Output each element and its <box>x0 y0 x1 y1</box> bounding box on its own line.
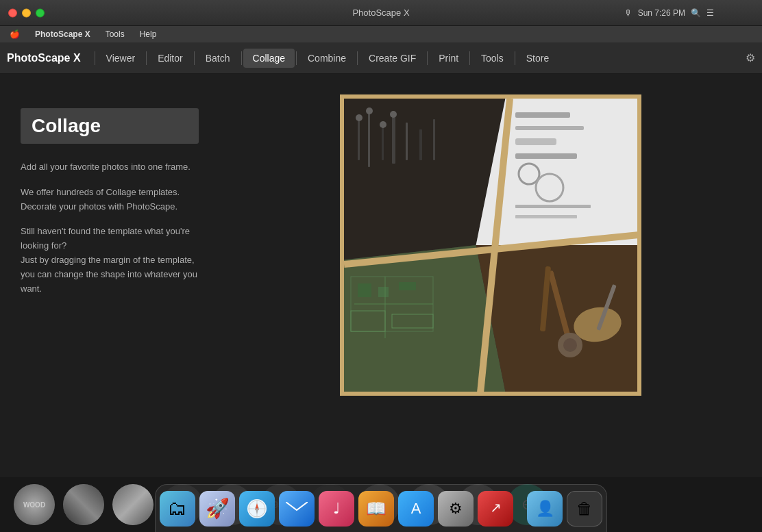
nav-editor[interactable]: Editor <box>148 49 193 68</box>
dock-hook[interactable]: ↙ <box>478 491 513 527</box>
window-controls <box>8 8 45 17</box>
collage-separator-svg <box>344 99 637 392</box>
nav-separator-5 <box>296 51 297 65</box>
apple-menu-item[interactable]: 🍎 <box>7 28 23 40</box>
siri-icon: 🎙 <box>624 8 632 18</box>
nav-tools[interactable]: Tools <box>471 49 513 68</box>
title-bar: PhotoScape X 🎙 Sun 7:26 PM 🔍 ☰ <box>0 0 762 26</box>
nav-combine[interactable]: Combine <box>298 49 356 68</box>
system-tray: 🎙 Sun 7:26 PM 🔍 ☰ <box>624 8 714 18</box>
brand-logo[interactable]: PhotoScape X <box>7 52 81 64</box>
collage-heading: Collage <box>21 108 199 144</box>
tools-menu-item[interactable]: Tools <box>103 28 127 40</box>
nav-separator-2 <box>146 51 147 65</box>
menu-bar: 🍎 PhotoScape X Tools Help <box>0 26 762 42</box>
nav-separator-1 <box>95 51 95 65</box>
dock-music[interactable]: ♩ <box>319 491 354 527</box>
close-button[interactable] <box>8 8 17 17</box>
dock-safari[interactable] <box>239 491 275 527</box>
dock-finder[interactable]: 🗂 <box>160 491 195 527</box>
search-icon[interactable]: 🔍 <box>691 8 701 18</box>
nav-separator-6 <box>357 51 358 65</box>
template-3-preview <box>112 484 153 525</box>
template-3[interactable] <box>112 484 153 525</box>
nav-separator-3 <box>194 51 195 65</box>
nav-create-gif[interactable]: Create GIF <box>359 49 426 68</box>
app-menu-item[interactable]: PhotoScape X <box>32 28 93 40</box>
dock-books[interactable]: 📖 <box>358 491 394 527</box>
dock-system-prefs[interactable]: ⚙ <box>438 491 474 527</box>
desc-2: We offer hundreds of Collage templates. … <box>21 186 199 214</box>
template-2[interactable] <box>63 484 104 525</box>
nav-bar: PhotoScape X Viewer Editor Batch Collage… <box>0 42 762 74</box>
dock: 🗂 🚀 ♩ 📖 A ⚙ ↙ 👤 🗑 <box>155 484 607 532</box>
dock-launchpad[interactable]: 🚀 <box>199 491 235 527</box>
template-1[interactable]: WOOD <box>14 484 55 525</box>
minimize-button[interactable] <box>22 8 31 17</box>
nav-store[interactable]: Store <box>517 49 558 68</box>
nav-separator-8 <box>469 51 470 65</box>
settings-gear-icon[interactable]: ⚙ <box>746 51 755 64</box>
dock-mail[interactable] <box>279 491 315 527</box>
template-2-preview <box>63 484 104 525</box>
nav-print[interactable]: Print <box>429 49 468 68</box>
nav-collage[interactable]: Collage <box>243 49 295 68</box>
template-1-preview: WOOD <box>14 484 55 525</box>
nav-separator-4 <box>241 51 242 65</box>
desc-1: Add all your favorite photos into one fr… <box>21 160 199 175</box>
nav-separator-7 <box>427 51 428 65</box>
window-title: PhotoScape X <box>352 8 409 18</box>
menu-icon[interactable]: ☰ <box>706 8 714 18</box>
main-content: Collage Add all your favorite photos int… <box>0 74 762 477</box>
dock-appstore[interactable]: A <box>398 491 434 527</box>
quad-container <box>344 99 637 392</box>
collage-preview <box>340 94 641 396</box>
nav-separator-9 <box>515 51 515 65</box>
dock-user-folder[interactable]: 👤 <box>527 491 563 527</box>
desc-3: Still haven't found the template what yo… <box>21 225 199 296</box>
nav-viewer[interactable]: Viewer <box>97 49 145 68</box>
help-menu-item[interactable]: Help <box>137 28 160 40</box>
clock: Sun 7:26 PM <box>638 8 685 18</box>
maximize-button[interactable] <box>36 8 45 17</box>
nav-batch[interactable]: Batch <box>196 49 240 68</box>
dock-trash[interactable]: 🗑 <box>567 491 602 527</box>
left-panel: Collage Add all your favorite photos int… <box>0 94 219 320</box>
